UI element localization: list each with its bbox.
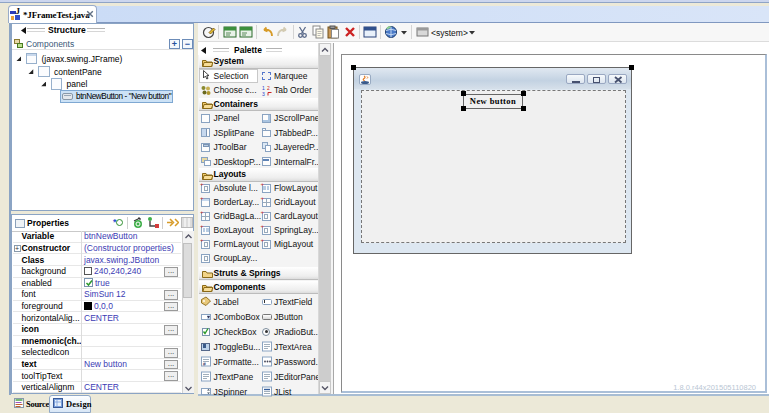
svg-text:#: #	[203, 361, 206, 367]
svg-text:3: 3	[262, 90, 265, 96]
svg-text:2: 2	[267, 85, 270, 91]
